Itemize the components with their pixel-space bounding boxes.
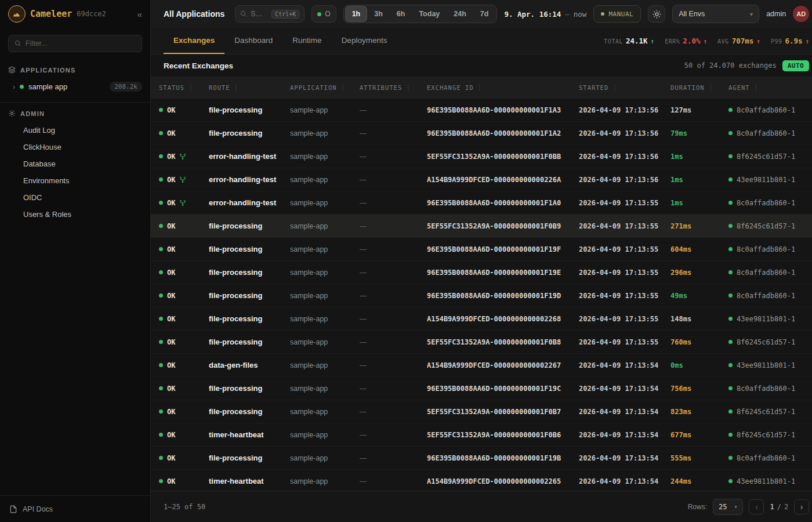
column-header-agent[interactable]: AGENT⋮ (728, 84, 812, 92)
status-ok-dot (159, 201, 163, 205)
started-cell: 2026-04-09 17:13:54 (579, 477, 670, 485)
duration-cell: 1ms (670, 153, 728, 161)
table-row[interactable]: OKfile-processingsample-app—96E395B0088A… (151, 377, 812, 400)
started-cell: 2026-04-09 17:13:56 (579, 129, 670, 137)
chevron-right-icon[interactable]: › (13, 83, 15, 91)
trend-up-icon: ↑ (756, 38, 760, 45)
table-row[interactable]: OKerror-handling-testsample-app—96E395B0… (151, 191, 812, 215)
agent-cell: 8f6245c61d57-1 (728, 222, 812, 230)
pagination-range-label: 1–25 of 50 (164, 503, 205, 511)
environments-dropdown[interactable]: All Envs ▾ (672, 5, 759, 23)
time-range-6h[interactable]: 6h (390, 6, 412, 21)
table-row[interactable]: OKfile-processingsample-app—5EF55FC31352… (151, 215, 812, 238)
table-row[interactable]: OKfile-processingsample-app—96E395B0088A… (151, 261, 812, 284)
status-label: OK (167, 153, 175, 161)
sidebar-item-api-docs[interactable]: API Docs (23, 505, 53, 513)
time-range-3h[interactable]: 3h (368, 6, 389, 21)
sidebar-item-users-roles[interactable]: Users & Roles (0, 206, 150, 223)
filter-box[interactable] (8, 35, 142, 52)
table-row[interactable]: OKfile-processingsample-app—A154B9A999DF… (151, 307, 812, 331)
agent-cell: 8c0affadb860-1 (728, 269, 812, 277)
fork-icon (179, 200, 186, 206)
global-search[interactable]: S… Ctrl+K (235, 5, 304, 23)
sidebar-item-database[interactable]: Database (0, 155, 150, 172)
attributes-cell: — (360, 129, 427, 137)
exchange-id-cell: 96E395B0088AA6D-000000000001F19B (427, 454, 579, 462)
tabs: ExchangesDashboardRuntimeDeployments (164, 28, 397, 54)
table-row[interactable]: OKdata-gen-filessample-app—A154B9A999DFC… (151, 354, 812, 377)
sidebar-item-environments[interactable]: Environments (0, 172, 150, 189)
app-root: Cameleer 69dcce2 « APPLICATIONS › (0, 0, 812, 522)
fork-icon (179, 176, 186, 183)
started-cell: 2026-04-09 17:13:55 (579, 245, 670, 253)
time-range-today[interactable]: Today (412, 6, 446, 21)
agent-status-dot (728, 317, 733, 321)
started-cell: 2026-04-09 17:13:56 (579, 153, 670, 161)
column-header-attributes[interactable]: ATTRIBUTES⋮ (360, 84, 427, 92)
column-header-route[interactable]: ROUTE⋮ (209, 84, 290, 92)
agent-cell: 8c0affadb860-1 (728, 245, 812, 253)
time-range-24h[interactable]: 24h (447, 6, 473, 21)
table-row[interactable]: OKerror-handling-testsample-app—5EF55FC3… (151, 145, 812, 168)
started-cell: 2026-04-09 17:13:55 (579, 222, 670, 230)
sidebar-collapse-icon[interactable]: « (137, 9, 142, 19)
agent-status-dot (728, 224, 733, 228)
table-row[interactable]: OKtimer-heartbeatsample-app—A154B9A999DF… (151, 470, 812, 491)
auto-refresh-badge[interactable]: AUTO (782, 60, 810, 71)
sidebar-item-clickhouse[interactable]: ClickHouse (0, 139, 150, 155)
attributes-cell: — (360, 338, 427, 346)
column-header-status[interactable]: STATUS⋮ (159, 84, 209, 92)
sidebar-item-sample-app[interactable]: › sample app 208.2k (0, 78, 150, 95)
filter-input[interactable] (26, 39, 136, 48)
table-row[interactable]: OKfile-processingsample-app—96E395B0088A… (151, 284, 812, 307)
table-row[interactable]: OKfile-processingsample-app—5EF55FC31352… (151, 331, 812, 354)
tab-runtime[interactable]: Runtime (282, 28, 331, 54)
column-header-application[interactable]: APPLICATION⋮ (290, 84, 360, 92)
manual-refresh-button[interactable]: MANUAL (593, 5, 641, 23)
table-row[interactable]: OKfile-processingsample-app—96E395B0088A… (151, 447, 812, 470)
online-status-pill[interactable]: O (311, 5, 336, 23)
status-label: OK (167, 454, 175, 462)
table-row[interactable]: OKfile-processingsample-app—5EF55FC31352… (151, 400, 812, 423)
previous-page-button[interactable]: ‹ (749, 499, 764, 514)
column-header-duration[interactable]: DURATION⋮ (670, 84, 728, 92)
agent-name: 8c0affadb860-1 (737, 269, 795, 277)
status-cell: OK (159, 129, 209, 137)
agent-status-dot (728, 293, 733, 298)
table-row[interactable]: OKfile-processingsample-app—96E395B0088A… (151, 122, 812, 145)
application-cell: sample-app (290, 269, 360, 277)
agent-name: 8c0affadb860-1 (737, 106, 795, 114)
next-page-button[interactable]: › (794, 499, 809, 514)
column-header-exchange-id[interactable]: EXCHANGE ID⋮ (427, 84, 579, 92)
rows-per-page-select[interactable]: 25 ▾ (713, 499, 743, 515)
tab-exchanges[interactable]: Exchanges (164, 28, 224, 54)
table-row[interactable]: OKfile-processingsample-app—96E395B0088A… (151, 238, 812, 261)
agent-status-dot (728, 154, 733, 158)
exchange-count-label: 50 of 24.070 exchanges (684, 61, 777, 70)
summary-stats: TOTAL24.1K↑ERR%2.0%↑AVG707ms↑P996.9s↑ (604, 28, 809, 54)
tab-dashboard[interactable]: Dashboard (224, 28, 282, 54)
applications-section-header: APPLICATIONS (0, 61, 150, 78)
date-range[interactable]: 9. Apr. 16:14 — now (504, 10, 586, 19)
sidebar-item-audit-log[interactable]: Audit Log (0, 122, 150, 139)
sidebar-item-oidc[interactable]: OIDC (0, 189, 150, 206)
duration-cell: 756ms (670, 385, 728, 393)
status-ok-dot (159, 363, 163, 367)
duration-cell: 49ms (670, 292, 728, 300)
table-row[interactable]: OKerror-handling-testsample-app—A154B9A9… (151, 168, 812, 191)
theme-toggle-button[interactable] (648, 5, 665, 23)
column-header-started[interactable]: STARTED⋮ (579, 84, 670, 92)
table-row[interactable]: OKfile-processingsample-app—96E395B0088A… (151, 99, 812, 122)
table-row[interactable]: OKtimer-heartbeatsample-app—5EF55FC31352… (151, 423, 812, 447)
tab-deployments[interactable]: Deployments (332, 28, 397, 54)
status-ok-dot (159, 456, 163, 460)
time-range-7d[interactable]: 7d (474, 6, 495, 21)
agent-status-dot (728, 456, 733, 460)
stat-value: 24.1K (626, 37, 648, 45)
attributes-cell: — (360, 361, 427, 369)
chevron-down-icon: ▾ (734, 503, 737, 510)
route-cell: file-processing (209, 338, 290, 346)
agent-cell: 43ee9811b801-1 (728, 176, 812, 184)
time-range-1h[interactable]: 1h (346, 6, 367, 21)
avatar[interactable]: AD (793, 6, 809, 22)
